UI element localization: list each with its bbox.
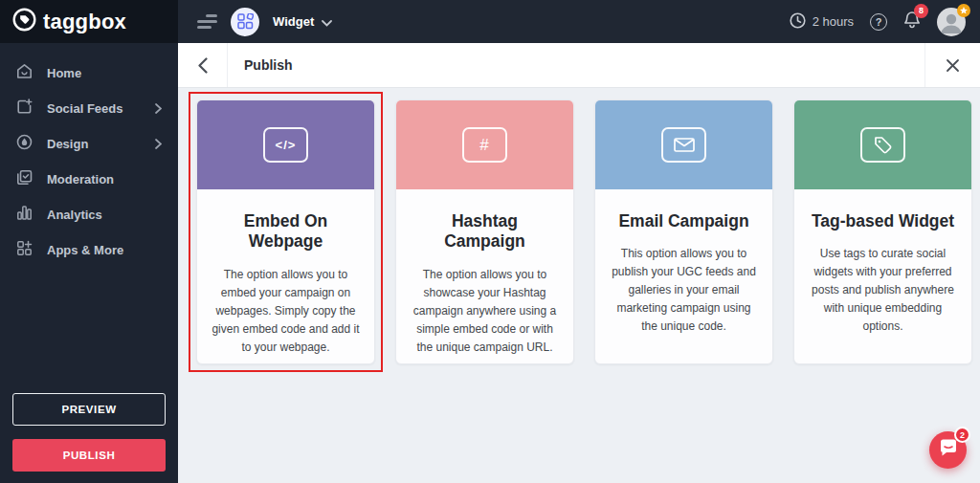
- preview-button[interactable]: PREVIEW: [12, 393, 166, 426]
- analytics-icon: [16, 205, 33, 225]
- star-badge-icon: [957, 4, 970, 17]
- sidebar-item-moderation[interactable]: Moderation: [0, 162, 178, 197]
- back-button[interactable]: [178, 43, 228, 87]
- menu-icon[interactable]: [197, 14, 217, 29]
- app-window: taggbox Widget: [0, 0, 980, 483]
- chat-launcher-button[interactable]: 2: [929, 431, 967, 469]
- help-icon[interactable]: ?: [870, 13, 887, 31]
- card-description: This option allows you to publish your U…: [595, 245, 772, 336]
- home-icon: [16, 63, 33, 83]
- hashtag-icon: #: [462, 127, 507, 163]
- taggbox-logo-icon: [12, 8, 36, 35]
- card-header: </>: [197, 100, 374, 189]
- sidebar-item-label: Analytics: [47, 208, 102, 222]
- logo-text: taggbox: [43, 10, 126, 34]
- sidebar-item-social-feeds[interactable]: Social Feeds: [0, 91, 178, 126]
- clock-icon: [790, 12, 806, 32]
- moderation-icon: [16, 169, 33, 189]
- widget-grid-icon[interactable]: [231, 8, 259, 36]
- help-glyph: ?: [876, 16, 882, 28]
- card-header: [794, 100, 971, 189]
- widget-selector-label: Widget: [273, 14, 314, 29]
- design-icon: [16, 134, 33, 154]
- card-title: Email Campaign: [595, 211, 772, 231]
- apps-more-icon: [16, 240, 33, 260]
- card-wrapper: Email Campaign This option allows you to…: [587, 92, 781, 372]
- envelope-icon: [661, 127, 706, 163]
- card-description: The option allows you to showcase your H…: [396, 266, 573, 357]
- topbar-main: Widget: [178, 0, 790, 43]
- notifications-button[interactable]: 8: [903, 11, 921, 33]
- session-time-text: 2 hours: [813, 14, 854, 29]
- bell-icon: [903, 16, 921, 33]
- sidebar-item-label: Apps & More: [47, 243, 123, 257]
- sidebar-item-design[interactable]: Design: [0, 126, 178, 162]
- close-button[interactable]: [924, 43, 980, 87]
- sidebar-actions: PREVIEW PUBLISH: [12, 393, 166, 472]
- taggbox-logo[interactable]: taggbox: [0, 0, 178, 43]
- page-title: Publish: [244, 57, 293, 73]
- card-wrapper: Tag-based Widget Use tags to curate soci…: [786, 92, 980, 372]
- tag-icon: [860, 127, 905, 163]
- chat-bubble-icon: [939, 439, 958, 461]
- card-embed-on-webpage[interactable]: </> Embed On Webpage The option allows y…: [196, 99, 375, 364]
- sidebar-item-label: Design: [47, 137, 88, 151]
- sidebar-item-label: Social Feeds: [47, 101, 122, 116]
- topbar: taggbox Widget: [0, 0, 980, 43]
- card-title: Hashtag Campaign: [396, 211, 573, 252]
- code-glyph: </>: [276, 138, 297, 152]
- card-title: Tag-based Widget: [794, 211, 971, 231]
- card-header: #: [396, 100, 573, 189]
- card-wrapper: # Hashtag Campaign The option allows you…: [388, 92, 582, 372]
- card-email-campaign[interactable]: Email Campaign This option allows you to…: [594, 99, 773, 364]
- code-icon: </>: [263, 127, 308, 163]
- sidebar-item-home[interactable]: Home: [0, 55, 178, 91]
- card-title: Embed On Webpage: [197, 211, 374, 252]
- sidebar-item-apps-more[interactable]: Apps & More: [0, 232, 178, 268]
- card-description: The option allows you to embed your camp…: [197, 266, 374, 357]
- sidebar-item-label: Moderation: [47, 172, 114, 187]
- publish-button[interactable]: PUBLISH: [12, 439, 166, 472]
- notification-count-badge: 8: [914, 4, 928, 18]
- card-description: Use tags to curate social widgets with y…: [794, 245, 971, 336]
- highlight-annotation: </> Embed On Webpage The option allows y…: [189, 92, 383, 372]
- chevron-down-icon: [322, 13, 332, 31]
- publish-options: </> Embed On Webpage The option allows y…: [178, 88, 980, 372]
- hashtag-glyph: #: [479, 136, 489, 155]
- topbar-right: 2 hours ? 8: [790, 0, 980, 43]
- social-feeds-icon: [16, 99, 33, 119]
- account-menu[interactable]: [937, 8, 966, 36]
- panel-header: Publish: [178, 43, 980, 88]
- card-hashtag-campaign[interactable]: # Hashtag Campaign The option allows you…: [395, 99, 574, 364]
- sidebar-item-label: Home: [47, 66, 81, 80]
- widget-selector[interactable]: Widget: [273, 13, 332, 31]
- chevron-right-icon: [155, 100, 162, 118]
- sidebar-item-analytics[interactable]: Analytics: [0, 197, 178, 232]
- publish-panel: Publish </> Embed On Webpage: [178, 43, 980, 483]
- card-tag-based-widget[interactable]: Tag-based Widget Use tags to curate soci…: [793, 99, 972, 364]
- card-header: [595, 100, 772, 189]
- session-timer[interactable]: 2 hours: [790, 12, 854, 32]
- sidebar: Home Social Feeds Design: [0, 43, 178, 483]
- chat-unread-badge: 2: [954, 427, 970, 443]
- chevron-right-icon: [155, 136, 162, 153]
